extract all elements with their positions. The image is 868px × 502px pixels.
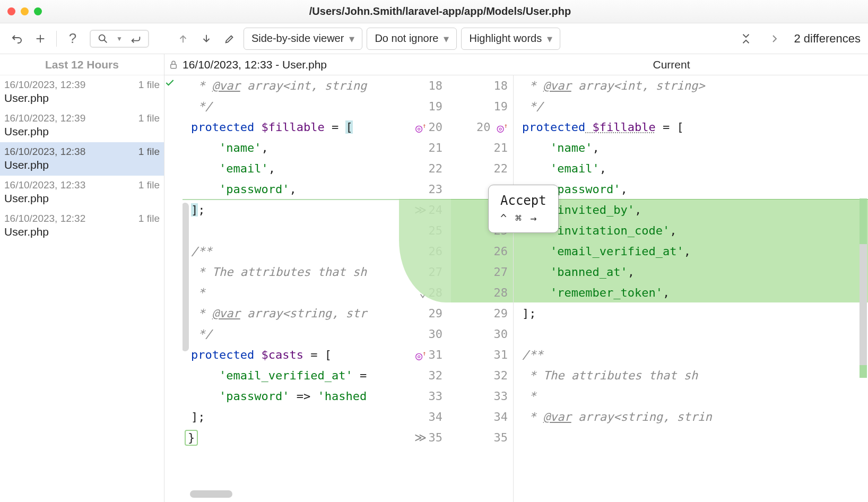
horizontal-scrollbar[interactable] (190, 490, 232, 498)
history-file: User.php (4, 226, 160, 238)
next-diff-button[interactable] (197, 29, 216, 48)
left-code-pane[interactable]: * @var array<int, string */ protected $f… (183, 75, 399, 502)
history-ts: 16/10/2023, 12:32 (4, 213, 85, 224)
toolbar: ? ▼ Side-by-side viewer▾ Do not ignore▾ … (0, 23, 868, 54)
history-item[interactable]: 16/10/2023, 12:331 fileUser.php (0, 176, 164, 209)
history-meta: 1 file (138, 179, 160, 191)
target-icon[interactable]: ◎↑ (415, 116, 426, 139)
history-ts: 16/10/2023, 12:39 (4, 112, 85, 124)
collapse-unchanged-button[interactable] (736, 29, 756, 48)
history-meta: 1 file (138, 146, 160, 158)
return-icon (130, 33, 142, 45)
sidebar-header: Last 12 Hours (0, 54, 164, 75)
highlight-dropdown[interactable]: Highlight words▾ (461, 28, 560, 50)
svg-rect-6 (171, 64, 177, 68)
search-icon (97, 33, 109, 45)
maximize-window[interactable] (34, 7, 42, 15)
tooltip-title: Accept (500, 193, 546, 209)
svg-point-2 (99, 34, 105, 40)
svg-line-3 (104, 40, 107, 42)
diff-view: 16/10/2023, 12:33 - User.php Current * @… (164, 54, 868, 502)
history-file: User.php (4, 159, 160, 171)
history-ts: 16/10/2023, 12:39 (4, 79, 85, 91)
history-item[interactable]: 16/10/2023, 12:391 fileUser.php (0, 109, 164, 142)
ignore-dropdown[interactable]: Do not ignore▾ (367, 28, 457, 50)
right-pane-title: Current (475, 58, 868, 71)
left-pane-title: 16/10/2023, 12:33 - User.php (183, 58, 327, 71)
left-gutter: 18 19 ◎↑20 21 22 23 ≫24 25 26 27 ⌄28 29 … (399, 75, 451, 502)
history-meta: 1 file (138, 79, 160, 91)
sidebar: Last 12 Hours 16/10/2023, 12:391 fileUse… (0, 54, 164, 502)
history-item[interactable]: 16/10/2023, 12:391 fileUser.php (0, 75, 164, 109)
check-icon (164, 77, 175, 88)
view-mode-dropdown[interactable]: Side-by-side viewer▾ (244, 28, 363, 50)
chevron-down-icon: ▾ (349, 32, 354, 45)
history-file: User.php (4, 192, 160, 205)
status-gutter (164, 75, 183, 502)
undo-button[interactable] (7, 29, 27, 48)
help-button[interactable]: ? (63, 29, 82, 48)
titlebar: /Users/John.Smith/laravel-app/app/Models… (0, 0, 868, 23)
next-file-button[interactable] (765, 29, 784, 48)
accept-chunk-icon[interactable]: ≫ (414, 427, 427, 448)
dropdown-label: Highlight words (469, 32, 542, 45)
history-item-selected[interactable]: 16/10/2023, 12:381 fileUser.php (0, 142, 164, 176)
window-controls (7, 7, 42, 15)
window-title: /Users/John.Smith/laravel-app/app/Models… (53, 5, 828, 18)
chevron-down-icon: ▾ (444, 32, 449, 45)
target-icon[interactable]: ◎↑ (415, 343, 426, 366)
history-file: User.php (4, 125, 160, 138)
target-icon[interactable]: ◎↑ (497, 116, 508, 139)
history-meta: 1 file (138, 112, 160, 124)
history-file: User.php (4, 92, 160, 105)
dropdown-label: Side-by-side viewer (251, 32, 344, 45)
accept-tooltip: Accept ^ ⌘ → (488, 185, 559, 233)
search-box[interactable]: ▼ (90, 30, 149, 48)
history-item[interactable]: 16/10/2023, 12:321 fileUser.php (0, 209, 164, 243)
diff-count: 2 differences (794, 32, 861, 46)
right-gutter: 18 19 20◎↑ 21 22 23 24 25 26 27 28 29 30… (451, 75, 514, 502)
history-ts: 16/10/2023, 12:38 (4, 146, 85, 158)
close-window[interactable] (7, 7, 15, 15)
chevron-down-icon: ▾ (547, 32, 552, 45)
history-ts: 16/10/2023, 12:33 (4, 179, 85, 191)
edit-button[interactable] (220, 29, 239, 48)
dropdown-label: Do not ignore (375, 32, 438, 45)
left-scrollbar[interactable] (183, 203, 189, 351)
tooltip-shortcut: ^ ⌘ → (500, 211, 546, 225)
right-code-pane[interactable]: * @var array<int, string> */ protected $… (514, 75, 868, 502)
history-meta: 1 file (138, 213, 160, 224)
lock-icon (169, 60, 178, 70)
diff-settings-button[interactable] (31, 29, 50, 48)
prev-diff-button[interactable] (173, 29, 193, 48)
minimize-window[interactable] (21, 7, 29, 15)
